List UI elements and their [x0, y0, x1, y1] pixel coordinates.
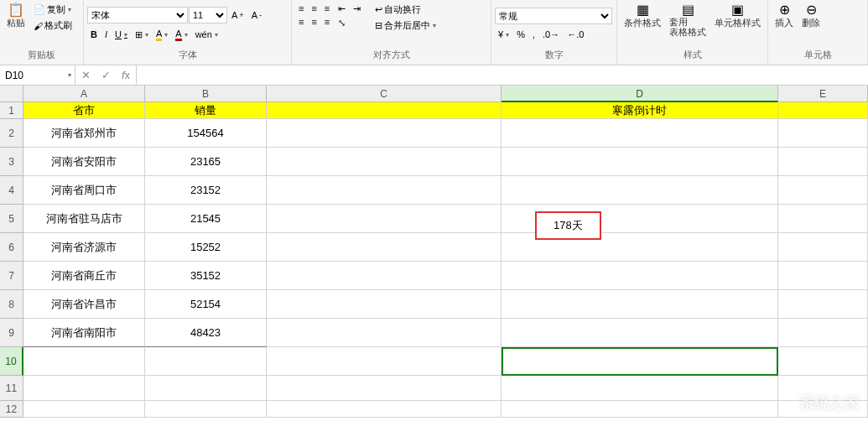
cell-D3[interactable]	[502, 148, 778, 176]
namebox-dropdown-icon[interactable]: ▾	[68, 71, 75, 79]
cell-C6[interactable]	[267, 233, 502, 262]
cell-C4[interactable]	[267, 176, 502, 205]
cell-D7[interactable]	[502, 262, 778, 290]
cell-E1[interactable]	[778, 102, 868, 119]
row-header-10[interactable]: 10	[0, 347, 23, 376]
delete-button[interactable]: ⊖删除	[798, 2, 824, 31]
name-box[interactable]: ▾	[0, 65, 75, 85]
align-top-button[interactable]: ≡	[295, 2, 307, 15]
col-header-D[interactable]: D	[502, 86, 778, 102]
row-header-5[interactable]: 5	[0, 205, 23, 233]
row-header-8[interactable]: 8	[0, 290, 23, 319]
row-header-12[interactable]: 12	[0, 401, 23, 418]
fx-button[interactable]: fx	[116, 69, 136, 81]
cell-D9[interactable]	[502, 319, 778, 347]
cell-A2[interactable]: 河南省郑州市	[23, 119, 145, 148]
name-box-input[interactable]	[0, 70, 67, 81]
increase-decimal-button[interactable]: .0→	[539, 28, 563, 41]
cell-D4[interactable]	[502, 176, 778, 205]
cell-B4[interactable]: 23152	[145, 176, 267, 205]
cell-C5[interactable]	[267, 205, 502, 233]
cell-A9[interactable]: 河南省南阳市	[23, 319, 145, 347]
cell-C9[interactable]	[267, 319, 502, 347]
cell-B7[interactable]: 35152	[145, 262, 267, 290]
comma-button[interactable]: ,	[529, 28, 538, 41]
decrease-indent-button[interactable]: ⇤	[335, 2, 349, 16]
cell-B5[interactable]: 21545	[145, 205, 267, 233]
cell-B2[interactable]: 154564	[145, 119, 267, 148]
col-header-C[interactable]: C	[267, 86, 502, 102]
cell-C11[interactable]	[267, 376, 502, 401]
cell-E3[interactable]	[778, 148, 868, 176]
align-center-button[interactable]: ≡	[308, 15, 320, 29]
cell-E6[interactable]	[778, 233, 868, 262]
cell-B12[interactable]	[145, 401, 267, 418]
cell-E8[interactable]	[778, 290, 868, 319]
cell-D10[interactable]	[502, 347, 778, 376]
row-header-4[interactable]: 4	[0, 176, 23, 205]
cell-E4[interactable]	[778, 176, 868, 205]
font-size-combo[interactable]: 11	[189, 7, 227, 23]
row-header-6[interactable]: 6	[0, 233, 23, 262]
format-as-table-button[interactable]: ▤套用 表格格式	[666, 2, 709, 39]
cell-B6[interactable]: 15252	[145, 233, 267, 262]
col-header-A[interactable]: A	[23, 86, 145, 102]
cell-C2[interactable]	[267, 119, 502, 148]
align-right-button[interactable]: ≡	[321, 15, 333, 29]
insert-button[interactable]: ⊕插入	[772, 2, 797, 31]
cell-A11[interactable]	[23, 376, 145, 401]
cell-E10[interactable]	[778, 347, 868, 376]
cell-E2[interactable]	[778, 119, 868, 148]
percent-button[interactable]: %	[513, 28, 528, 41]
col-header-E[interactable]: E	[778, 86, 868, 102]
cell-D2[interactable]	[502, 119, 778, 148]
row-header-9[interactable]: 9	[0, 319, 23, 347]
align-middle-button[interactable]: ≡	[308, 2, 320, 15]
shrink-font-button[interactable]: A-	[248, 7, 265, 23]
cell-D12[interactable]	[502, 401, 778, 418]
cell-C8[interactable]	[267, 290, 502, 319]
cell-E7[interactable]	[778, 262, 868, 290]
cell-B8[interactable]: 52154	[145, 290, 267, 319]
paste-button[interactable]: 📋 粘贴	[3, 2, 29, 31]
align-left-button[interactable]: ≡	[295, 15, 307, 29]
accept-formula-button[interactable]: ✓	[96, 69, 116, 81]
cell-C10[interactable]	[267, 347, 502, 376]
row-header-7[interactable]: 7	[0, 262, 23, 290]
cell-B1[interactable]: 销量	[145, 102, 267, 119]
cell-A6[interactable]: 河南省济源市	[23, 233, 145, 262]
cell-E5[interactable]	[778, 205, 868, 233]
format-painter-button[interactable]: 🖌格式刷	[30, 18, 75, 34]
cell-A5[interactable]: 河南省驻马店市	[23, 205, 145, 233]
cell-C7[interactable]	[267, 262, 502, 290]
row-header-3[interactable]: 3	[0, 148, 23, 176]
cell-A1[interactable]: 省市	[23, 102, 145, 119]
row-header-11[interactable]: 11	[0, 376, 23, 401]
cell-B3[interactable]: 23165	[145, 148, 267, 176]
cell-C1[interactable]	[267, 102, 502, 119]
cancel-formula-button[interactable]: ✕	[75, 69, 96, 81]
row-header-1[interactable]: 1	[0, 102, 23, 119]
cell-A12[interactable]	[23, 401, 145, 418]
orientation-button[interactable]: ⤡	[335, 16, 349, 30]
font-color-button[interactable]: A▾	[172, 27, 190, 43]
cell-B11[interactable]	[145, 376, 267, 401]
italic-button[interactable]: I	[101, 27, 111, 43]
underline-button[interactable]: U▾	[112, 27, 131, 43]
grow-font-button[interactable]: A+	[228, 7, 247, 23]
font-name-combo[interactable]: 宋体	[87, 7, 188, 23]
align-bottom-button[interactable]: ≡	[321, 2, 333, 15]
decrease-decimal-button[interactable]: ←.0	[564, 28, 587, 41]
conditional-format-button[interactable]: ▦条件格式	[621, 2, 664, 31]
wrap-text-button[interactable]: ↩自动换行	[372, 2, 439, 18]
phonetic-button[interactable]: wén▾	[192, 27, 221, 43]
cell-B9[interactable]: 48423	[145, 319, 267, 347]
cell-C12[interactable]	[267, 401, 502, 418]
bold-button[interactable]: B	[87, 27, 101, 43]
cell-A3[interactable]: 河南省安阳市	[23, 148, 145, 176]
cell-C3[interactable]	[267, 148, 502, 176]
cell-A10[interactable]	[23, 347, 145, 376]
formula-input[interactable]	[137, 65, 868, 85]
cell-B10[interactable]	[145, 347, 267, 376]
number-format-combo[interactable]: 常规	[495, 8, 612, 24]
